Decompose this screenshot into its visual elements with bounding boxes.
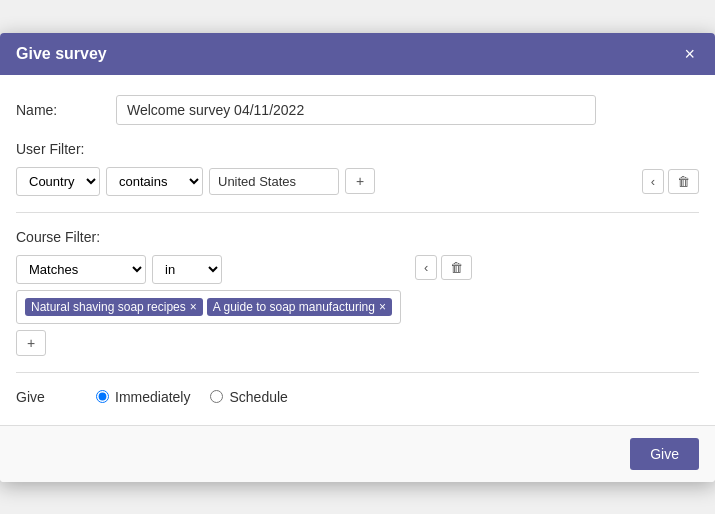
user-filter-row: Country Name Email contains equals start… [16, 167, 699, 196]
modal-footer: Give [0, 425, 715, 482]
give-section-label: Give [16, 389, 76, 405]
course-filter-label: Course Filter: [16, 229, 699, 245]
give-row: Give Immediately Schedule [16, 389, 699, 405]
divider-2 [16, 372, 699, 373]
course-filter-row1: Matches Does not match in not in [16, 255, 401, 284]
schedule-label: Schedule [229, 389, 287, 405]
name-input[interactable] [116, 95, 596, 125]
modal-body: Name: User Filter: Country Name Email co… [0, 75, 715, 425]
user-filter-back-button[interactable]: ‹ [642, 169, 664, 194]
course-filter-actions: ‹ 🗑 [415, 255, 472, 280]
name-label: Name: [16, 102, 116, 118]
modal-container: Give survey × Name: User Filter: Country… [0, 33, 715, 482]
course-filter-add-button[interactable]: + [16, 330, 46, 356]
modal-header: Give survey × [0, 33, 715, 75]
name-row: Name: [16, 95, 699, 125]
modal-title: Give survey [16, 45, 107, 63]
give-submit-button[interactable]: Give [630, 438, 699, 470]
user-filter-operator-select[interactable]: contains equals starts with [106, 167, 203, 196]
course-filter-field-select[interactable]: Matches Does not match [16, 255, 146, 284]
tag-1: Natural shaving soap recipes × [25, 298, 203, 316]
user-filter-delete-button[interactable]: 🗑 [668, 169, 699, 194]
back-icon: ‹ [651, 174, 655, 189]
user-filter-value-input[interactable] [209, 168, 339, 195]
delete-icon-2: 🗑 [450, 260, 463, 275]
tag-2-close[interactable]: × [379, 301, 386, 313]
schedule-radio[interactable] [210, 390, 223, 403]
immediately-option[interactable]: Immediately [96, 389, 190, 405]
tag-1-close[interactable]: × [190, 301, 197, 313]
user-filter-field-select[interactable]: Country Name Email [16, 167, 100, 196]
user-filter-actions: ‹ 🗑 [642, 169, 699, 194]
tag-2-label: A guide to soap manufacturing [213, 300, 375, 314]
schedule-option[interactable]: Schedule [210, 389, 287, 405]
course-filter-delete-button[interactable]: 🗑 [441, 255, 472, 280]
tag-2: A guide to soap manufacturing × [207, 298, 392, 316]
user-filter-section: User Filter: Country Name Email contains… [16, 141, 699, 196]
course-filter-operator-select[interactable]: in not in [152, 255, 222, 284]
tag-1-label: Natural shaving soap recipes [31, 300, 186, 314]
close-button[interactable]: × [680, 45, 699, 63]
course-filter-inner: Matches Does not match in not in Natural… [16, 255, 699, 356]
divider-1 [16, 212, 699, 213]
course-filter-controls: Matches Does not match in not in Natural… [16, 255, 401, 356]
immediately-label: Immediately [115, 389, 190, 405]
user-filter-label: User Filter: [16, 141, 699, 157]
user-filter-add-button[interactable]: + [345, 168, 375, 194]
back-icon-2: ‹ [424, 260, 428, 275]
course-filter-section: Course Filter: Matches Does not match in… [16, 229, 699, 356]
delete-icon: 🗑 [677, 174, 690, 189]
course-filter-tag-input[interactable]: Natural shaving soap recipes × A guide t… [16, 290, 401, 324]
immediately-radio[interactable] [96, 390, 109, 403]
course-filter-back-button[interactable]: ‹ [415, 255, 437, 280]
